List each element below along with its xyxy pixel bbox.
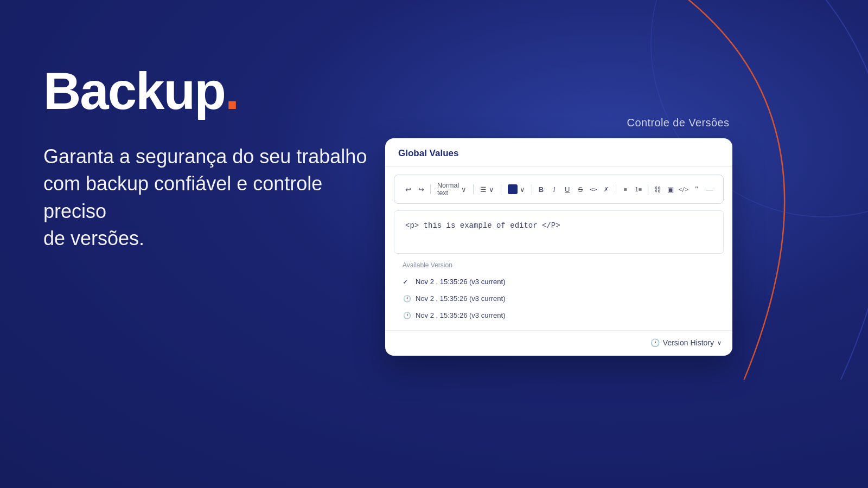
text-format-arrow: ∨ [461,185,467,194]
line-height-icon: ☰ [480,185,487,194]
quote-button[interactable]: " [692,182,701,196]
undo-button[interactable]: ↩ [403,182,413,196]
bold-button[interactable]: B [536,182,546,196]
line-height-arrow: ∨ [489,185,494,194]
editor-card: Global Values ↩ ↪ Normal text ∨ ☰ ∨ ∨ B … [385,138,732,356]
section-label: Controle de Versões [488,117,868,129]
ordered-list-button[interactable]: 1≡ [634,182,643,196]
brand-title: Backup. [43,65,380,117]
version-item-2[interactable]: 🕐 Nov 2 , 15:35:26 (v3 current) [394,290,724,307]
strikethrough-button[interactable]: S [576,182,585,196]
toolbar-divider-1 [430,184,431,194]
brand-subtitle: Garanta a segurança do seu trabalho com … [43,143,380,253]
card-title: Global Values [398,148,459,158]
versions-panel: Available Version ✓ Nov 2 , 15:35:26 (v3… [394,254,724,324]
toolbar-divider-5 [616,184,616,194]
versions-label: Available Version [394,254,724,273]
version-check-icon: ✓ [403,278,411,286]
version-item-1-text: Nov 2 , 15:35:26 (v3 current) [416,278,505,286]
link-button[interactable]: ⛓ [653,182,662,196]
bullet-list-button[interactable]: ≡ [621,182,630,196]
version-clock-icon-1: 🕐 [403,295,411,303]
version-item-2-text: Nov 2 , 15:35:26 (v3 current) [416,294,505,303]
toolbar-divider-6 [648,184,648,194]
brand-dot: . [225,62,239,120]
color-select[interactable]: ∨ [506,183,527,195]
chevron-down-icon: ∨ [717,339,722,346]
image-button[interactable]: ▣ [666,182,675,196]
version-item-1[interactable]: ✓ Nov 2 , 15:35:26 (v3 current) [394,273,724,290]
underline-button[interactable]: U [563,182,572,196]
code-block-button[interactable]: </> [679,182,688,196]
version-history-clock-icon: 🕐 [650,338,660,347]
text-format-select[interactable]: Normal text ∨ [435,181,469,198]
editor-content[interactable]: <p> this is example of editor </P> [394,210,724,254]
hr-button[interactable]: — [705,182,714,196]
version-history-label: Version History [663,338,714,347]
code-inline-button[interactable]: <> [589,182,598,196]
card-footer: 🕐 Version History ∨ [385,330,732,356]
text-format-label: Normal text [437,182,459,197]
toolbar-divider-3 [501,184,501,194]
editor-toolbar: ↩ ↪ Normal text ∨ ☰ ∨ ∨ B I U S <> ✗ ≡ 1… [394,175,724,204]
version-item-3-text: Nov 2 , 15:35:26 (v3 current) [416,311,505,319]
version-item-3[interactable]: 🕐 Nov 2 , 15:35:26 (v3 current) [394,307,724,324]
eraser-button[interactable]: ✗ [602,182,611,196]
version-clock-icon-2: 🕐 [403,312,411,319]
italic-button[interactable]: I [549,182,559,196]
toolbar-divider-2 [473,184,474,194]
card-header: Global Values [385,138,732,167]
color-swatch [508,184,518,194]
left-content: Backup. Garanta a segurança do seu traba… [43,65,380,253]
toolbar-divider-4 [532,184,532,194]
version-history-button[interactable]: 🕐 Version History ∨ [650,338,722,347]
line-height-select[interactable]: ☰ ∨ [478,184,496,195]
redo-button[interactable]: ↪ [416,182,426,196]
